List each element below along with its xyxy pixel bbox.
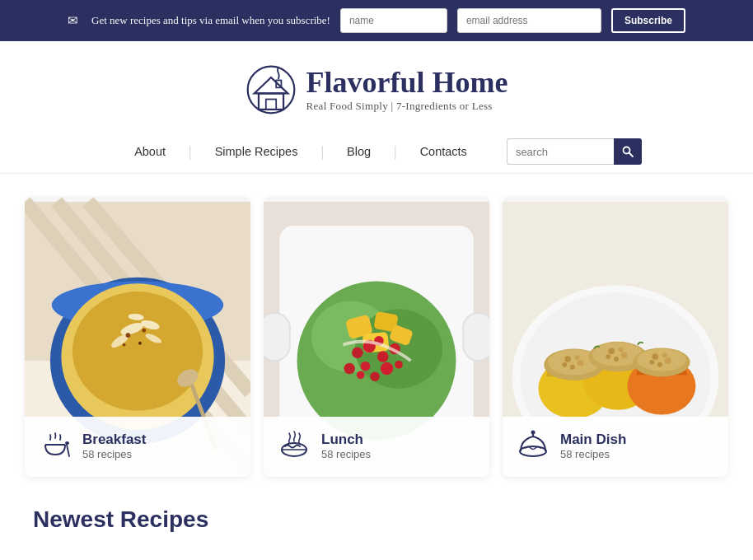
maindish-svg-icon bbox=[517, 428, 549, 460]
svg-point-83 bbox=[531, 431, 536, 435]
svg-point-81 bbox=[520, 446, 546, 456]
cards-section: Breakfast 58 recipes bbox=[0, 174, 753, 477]
top-banner: ✉ Get new recipes and tips via email whe… bbox=[0, 0, 753, 41]
svg-point-43 bbox=[377, 351, 389, 362]
svg-point-75 bbox=[637, 348, 686, 371]
svg-point-62 bbox=[564, 356, 571, 362]
svg-point-76 bbox=[652, 353, 658, 360]
logo-title: Flavorful Home bbox=[306, 67, 508, 100]
svg-line-6 bbox=[629, 153, 633, 157]
maindish-count: 58 recipes bbox=[560, 448, 626, 460]
breakfast-icon bbox=[40, 428, 71, 464]
svg-rect-32 bbox=[264, 313, 290, 361]
search-input[interactable] bbox=[507, 138, 614, 165]
search-button[interactable] bbox=[614, 138, 642, 165]
newest-title: Newest Recipes bbox=[33, 506, 720, 533]
newest-section: Newest Recipes bbox=[0, 477, 753, 533]
svg-point-66 bbox=[570, 365, 575, 370]
svg-point-41 bbox=[352, 348, 363, 359]
email-input[interactable] bbox=[457, 8, 601, 33]
svg-point-63 bbox=[575, 355, 580, 360]
svg-rect-2 bbox=[258, 93, 283, 109]
email-icon: ✉ bbox=[68, 13, 78, 28]
card-maindish[interactable]: Main Dish 58 recipes bbox=[503, 197, 728, 477]
nav-item-blog[interactable]: Blog bbox=[324, 145, 394, 158]
svg-point-51 bbox=[357, 371, 365, 379]
svg-line-28 bbox=[67, 445, 69, 456]
card-lunch[interactable]: Lunch 58 recipes bbox=[264, 197, 489, 477]
nav-item-about[interactable]: About bbox=[111, 145, 189, 158]
subscribe-button[interactable]: Subscribe bbox=[611, 8, 685, 33]
lunch-text: Lunch 58 recipes bbox=[321, 432, 371, 460]
header: Flavorful Home Real Food Simply | 7-Ingr… bbox=[0, 41, 753, 124]
svg-point-21 bbox=[126, 333, 131, 338]
svg-point-49 bbox=[370, 371, 380, 381]
breakfast-count: 58 recipes bbox=[82, 448, 147, 460]
maindish-title: Main Dish bbox=[560, 432, 626, 448]
svg-point-0 bbox=[247, 67, 294, 114]
svg-point-71 bbox=[606, 354, 610, 359]
svg-point-24 bbox=[123, 343, 126, 347]
svg-point-45 bbox=[344, 363, 355, 375]
svg-point-65 bbox=[578, 360, 584, 366]
breakfast-svg-icon bbox=[40, 428, 71, 460]
breakfast-label: Breakfast 58 recipes bbox=[25, 417, 250, 477]
svg-marker-1 bbox=[254, 77, 288, 93]
logo-icon bbox=[246, 64, 297, 115]
svg-point-79 bbox=[665, 357, 671, 364]
maindish-text: Main Dish 58 recipes bbox=[560, 432, 626, 460]
svg-point-46 bbox=[361, 362, 371, 371]
lunch-label: Lunch 58 recipes bbox=[264, 417, 489, 477]
logo-area: Flavorful Home Real Food Simply | 7-Ingr… bbox=[246, 64, 508, 115]
card-breakfast[interactable]: Breakfast 58 recipes bbox=[25, 197, 250, 477]
breakfast-text: Breakfast 58 recipes bbox=[82, 432, 147, 460]
svg-point-72 bbox=[621, 352, 628, 358]
logo-subtitle: Real Food Simply | 7-Ingredients or Less bbox=[306, 100, 508, 113]
svg-rect-33 bbox=[463, 313, 489, 361]
banner-message: Get new recipes and tips via email when … bbox=[91, 14, 330, 27]
svg-point-73 bbox=[614, 357, 619, 362]
svg-point-29 bbox=[65, 441, 69, 445]
svg-point-15 bbox=[72, 292, 203, 411]
svg-rect-3 bbox=[265, 100, 275, 110]
lunch-title: Lunch bbox=[321, 432, 371, 448]
search-icon bbox=[622, 146, 634, 157]
lunch-svg-icon bbox=[278, 428, 310, 460]
svg-point-77 bbox=[662, 352, 667, 357]
svg-point-22 bbox=[142, 329, 146, 333]
svg-point-69 bbox=[608, 348, 615, 355]
navigation: About | Simple Recipes | Blog | Contacts bbox=[0, 124, 753, 174]
breakfast-title: Breakfast bbox=[82, 432, 147, 448]
svg-point-78 bbox=[649, 360, 654, 365]
lunch-count: 58 recipes bbox=[321, 448, 371, 460]
nav-item-contacts[interactable]: Contacts bbox=[397, 145, 490, 158]
svg-point-80 bbox=[657, 362, 662, 367]
svg-point-64 bbox=[562, 362, 567, 367]
svg-point-23 bbox=[138, 342, 142, 345]
maindish-icon bbox=[517, 428, 549, 464]
search-area bbox=[507, 138, 642, 165]
nav-item-simple-recipes[interactable]: Simple Recipes bbox=[192, 145, 321, 158]
logo-text: Flavorful Home Real Food Simply | 7-Ingr… bbox=[306, 67, 508, 113]
maindish-label: Main Dish 58 recipes bbox=[503, 417, 728, 477]
svg-point-50 bbox=[395, 361, 403, 369]
svg-point-70 bbox=[619, 348, 624, 352]
lunch-icon bbox=[278, 428, 310, 464]
svg-point-48 bbox=[381, 362, 393, 375]
name-input[interactable] bbox=[340, 8, 447, 33]
